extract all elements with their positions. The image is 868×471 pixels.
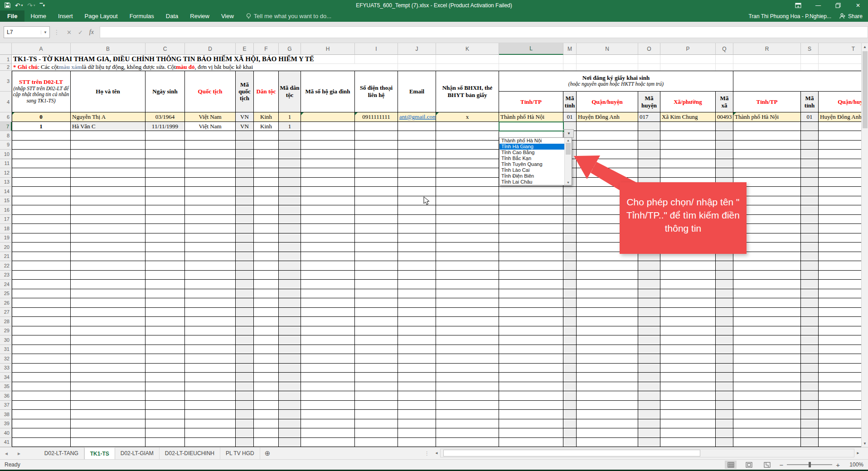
row-header-31[interactable]: 31 [0, 345, 12, 354]
header-cell-G[interactable]: Mã dân tộc [279, 71, 301, 112]
cell-K39[interactable] [436, 419, 499, 429]
cell-K27[interactable] [436, 308, 499, 317]
cell-S17[interactable] [801, 215, 819, 224]
cell-D41[interactable] [185, 438, 236, 447]
cell-K26[interactable] [436, 298, 499, 308]
cell-O11[interactable] [638, 159, 660, 169]
cell-G8[interactable] [279, 131, 301, 141]
header-cell-Q[interactable]: Mã xã [716, 92, 733, 112]
cell-H36[interactable] [301, 391, 355, 401]
cell-E40[interactable] [236, 428, 254, 438]
cell-I12[interactable] [355, 168, 398, 178]
cell-B6[interactable]: Nguyễn Thị A [71, 112, 145, 122]
page-layout-view-icon[interactable] [743, 461, 755, 469]
cell-P22[interactable] [660, 261, 716, 271]
cell-D27[interactable] [185, 308, 236, 317]
cell-J13[interactable] [398, 178, 436, 187]
cell-L1[interactable] [499, 55, 563, 64]
cell-B37[interactable] [71, 401, 145, 410]
cell-E9[interactable] [236, 141, 254, 150]
select-all-corner[interactable] [0, 43, 12, 55]
share-button[interactable]: Share [839, 13, 863, 19]
cell-C19[interactable] [145, 233, 185, 243]
cell-I28[interactable] [355, 317, 398, 326]
cell-F19[interactable] [254, 233, 279, 243]
cell-H38[interactable] [301, 410, 355, 419]
cell-R41[interactable] [733, 438, 801, 447]
cell-K11[interactable] [436, 159, 499, 169]
cell-E24[interactable] [236, 280, 254, 289]
cell-S22[interactable] [801, 261, 819, 271]
cell-A32[interactable] [12, 354, 71, 364]
cell-N11[interactable] [577, 159, 638, 169]
cell-I26[interactable] [355, 298, 398, 308]
cell-R12[interactable] [733, 168, 801, 178]
dropdown-item-8[interactable]: Tỉnh Lai Châu [499, 179, 564, 185]
cell-C9[interactable] [145, 141, 185, 150]
cell-A31[interactable] [12, 345, 71, 354]
cell-I16[interactable] [355, 205, 398, 215]
cell-L36[interactable] [499, 391, 563, 401]
cell-K33[interactable] [436, 364, 499, 373]
cell-K17[interactable] [436, 215, 499, 224]
cell-J9[interactable] [398, 141, 436, 150]
cell-C34[interactable] [145, 373, 185, 382]
cell-A40[interactable] [12, 428, 71, 438]
scroll-down-icon[interactable]: ▼ [862, 440, 868, 447]
cell-A28[interactable] [12, 317, 71, 326]
cell-Q6[interactable]: 00493 [716, 112, 733, 122]
cell-O26[interactable] [638, 298, 660, 308]
cell-N8[interactable] [577, 131, 638, 141]
validation-dropdown-button[interactable]: ▼ [564, 129, 574, 138]
cell-G22[interactable] [279, 261, 301, 271]
cell-D30[interactable] [185, 335, 236, 345]
cell-H18[interactable] [301, 224, 355, 233]
cell-T28[interactable] [819, 317, 861, 326]
cell-E34[interactable] [236, 373, 254, 382]
cell-S35[interactable] [801, 382, 819, 392]
column-header-I[interactable]: I [355, 43, 398, 55]
cell-N36[interactable] [577, 391, 638, 401]
cell-L22[interactable] [499, 261, 563, 271]
dropdown-scroll-thumb[interactable] [566, 143, 571, 155]
header-cell-C[interactable]: Ngày sinh [145, 71, 185, 112]
cell-P40[interactable] [660, 428, 716, 438]
cell-R40[interactable] [733, 428, 801, 438]
cell-S21[interactable] [801, 252, 819, 262]
cell-G18[interactable] [279, 224, 301, 233]
cell-R23[interactable] [733, 271, 801, 280]
cell-E7[interactable]: VN [236, 122, 254, 131]
cell-A13[interactable] [12, 178, 71, 187]
cell-R38[interactable] [733, 410, 801, 419]
cell-A16[interactable] [12, 205, 71, 215]
cell-I40[interactable] [355, 428, 398, 438]
cell-Q41[interactable] [716, 438, 733, 447]
row-header-23[interactable]: 23 [0, 271, 12, 280]
cell-T16[interactable] [819, 205, 861, 215]
cell-H14[interactable] [301, 187, 355, 196]
cell-N32[interactable] [577, 354, 638, 364]
cell-S40[interactable] [801, 428, 819, 438]
cell-J29[interactable] [398, 326, 436, 336]
cell-F26[interactable] [254, 298, 279, 308]
row-header-10[interactable]: 10 [0, 150, 12, 159]
cell-C18[interactable] [145, 224, 185, 233]
row-header-8[interactable]: 8 [0, 131, 12, 141]
cell-P25[interactable] [660, 289, 716, 299]
cell-E26[interactable] [236, 298, 254, 308]
cell-T19[interactable] [819, 233, 861, 243]
cell-R29[interactable] [733, 326, 801, 336]
cell-J19[interactable] [398, 233, 436, 243]
cell-E15[interactable] [236, 196, 254, 206]
cell-J25[interactable] [398, 289, 436, 299]
cell-O36[interactable] [638, 391, 660, 401]
cell-A6[interactable]: 0 [12, 112, 71, 122]
cell-H39[interactable] [301, 419, 355, 429]
cell-M20[interactable] [563, 243, 577, 252]
header-cell-I[interactable]: Số điện thoại liên hệ [355, 71, 398, 112]
row-header-9[interactable]: 9 [0, 141, 12, 150]
cell-L38[interactable] [499, 410, 563, 419]
cell-F17[interactable] [254, 215, 279, 224]
row-header-11[interactable]: 11 [0, 159, 12, 169]
cell-A26[interactable] [12, 298, 71, 308]
